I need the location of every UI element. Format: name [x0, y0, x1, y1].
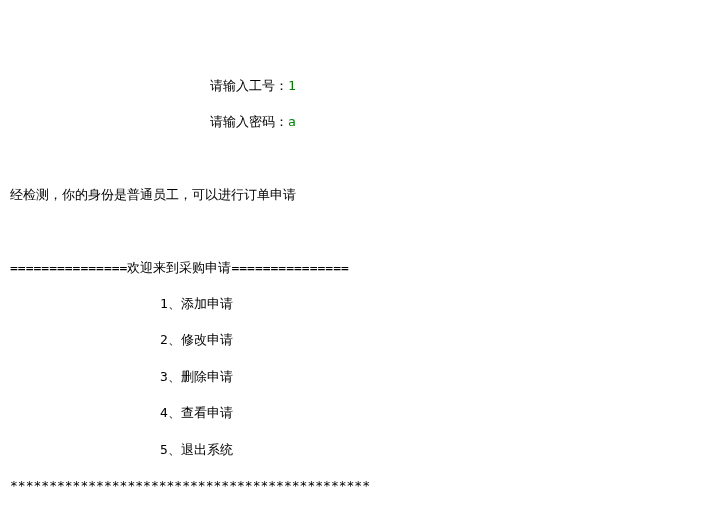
menu-item: 4、查看申请 [10, 404, 692, 422]
emp-id-prompt: 请输入工号：1 [10, 77, 692, 95]
menu-item: 5、退出系统 [10, 441, 692, 459]
menu-item: 2、修改申请 [10, 331, 692, 349]
password-label: 请输入密码： [210, 114, 288, 129]
welcome-banner: ===============欢迎来到采购申请=============== [10, 259, 692, 277]
menu-item: 3、删除申请 [10, 368, 692, 386]
password-value[interactable]: a [288, 114, 296, 129]
password-prompt: 请输入密码：a [10, 113, 692, 131]
divider-stars: ****************************************… [10, 477, 692, 495]
menu-item: 1、添加申请 [10, 295, 692, 313]
identity-message: 经检测，你的身份是普通员工，可以进行订单申请 [10, 186, 692, 204]
emp-id-value[interactable]: 1 [288, 78, 296, 93]
emp-id-label: 请输入工号： [210, 78, 288, 93]
